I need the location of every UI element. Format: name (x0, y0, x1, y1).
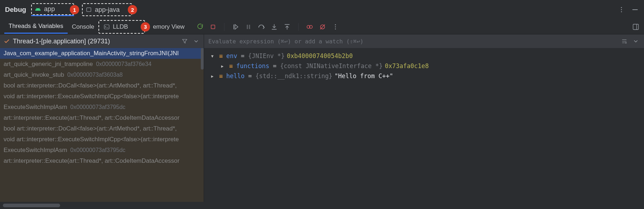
stack-frame[interactable]: void art::interpreter::ExecuteSwitchImpl… (0, 134, 204, 145)
frame-name: Java_com_example_application_MainActivit… (4, 50, 179, 57)
debug-topbar: Debug app 1 app-java 2 (0, 0, 644, 19)
horizontal-scrollbar[interactable] (3, 204, 60, 207)
equals: = (248, 72, 252, 80)
session-tab-label: app-java (95, 6, 120, 14)
minimize-icon[interactable] (631, 6, 639, 14)
stack-frame[interactable]: art_quick_invoke_stub 0x00000073af3603a8 (0, 70, 204, 80)
vertical-scrollbar[interactable] (201, 48, 204, 70)
chevron-down-icon[interactable] (192, 37, 200, 45)
var-name: env (226, 52, 237, 60)
variables-pane: Evaluate expression (⌘↩) or add a watch … (204, 34, 644, 202)
callout-1: 1 (70, 5, 79, 14)
stack-frame[interactable]: Java_com_example_application_MainActivit… (0, 48, 204, 59)
variable-row[interactable]: ▾ ≡ env = {JNIEnv *} 0xb40000740054b2b0 (209, 51, 639, 61)
terminal-icon (103, 23, 111, 31)
stop-icon[interactable] (209, 23, 217, 31)
callout-3: 3 (141, 22, 150, 32)
svg-rect-19 (633, 24, 639, 29)
frame-name: art_quick_generic_jni_trampoline (4, 61, 93, 67)
view-breakpoints-icon[interactable] (306, 23, 314, 31)
caret-down-icon[interactable]: ▾ (209, 52, 216, 60)
var-value: 0xb40000740054b2b0 (287, 52, 353, 60)
struct-icon: ≡ (218, 52, 224, 60)
stack-frame[interactable]: art::interpreter::Execute(art::Thread*, … (0, 113, 204, 123)
debug-toolbar: Threads & Variables Console LLDB 3 emory… (0, 19, 644, 34)
pause-icon[interactable] (244, 23, 252, 31)
frame-name: bool art::interpreter::DoCall<false>(art… (4, 125, 177, 132)
thread-label: Thread-1-[ple.application] (29731) (13, 38, 110, 45)
frame-name: ExecuteSwitchImplAsm (4, 104, 67, 110)
struct-icon: ≡ (228, 62, 234, 70)
svg-rect-0 (87, 8, 91, 12)
frame-name: art::interpreter::Execute(art::Thread*, … (4, 114, 179, 121)
svg-rect-10 (272, 29, 276, 29)
tab-memory-view[interactable]: emory View (149, 20, 189, 33)
svg-point-3 (621, 11, 622, 13)
svg-rect-5 (104, 25, 109, 29)
equals: = (241, 52, 244, 60)
more-vertical-icon[interactable] (618, 6, 625, 14)
step-into-icon[interactable] (270, 23, 278, 31)
svg-rect-7 (233, 24, 234, 29)
layout-settings-icon[interactable] (632, 23, 640, 31)
svg-rect-4 (633, 9, 638, 10)
callout-2: 2 (128, 5, 137, 14)
frame-name: void art::interpreter::ExecuteSwitchImpl… (4, 93, 179, 100)
stack-frame[interactable]: void art::interpreter::ExecuteSwitchImpl… (0, 91, 204, 102)
variable-row[interactable]: ▸ ≡ functions = {const JNINativeInterfac… (209, 61, 639, 71)
android-icon (35, 6, 41, 13)
svg-rect-6 (211, 25, 215, 29)
tab-threads-variables[interactable]: Threads & Variables (4, 20, 68, 34)
stack-frame[interactable]: art_quick_generic_jni_trampoline 0x00000… (0, 59, 204, 70)
add-watch-icon[interactable] (620, 37, 628, 45)
variable-row[interactable]: ▸ ≡ hello = {std::__ndk1::string} "Hello… (209, 71, 639, 81)
svg-point-16 (335, 24, 336, 25)
frame-name: void art::interpreter::ExecuteSwitchImpl… (4, 136, 179, 143)
separator (298, 23, 299, 31)
thread-selector[interactable]: Thread-1-[ple.application] (29731) (0, 34, 204, 48)
check-icon (4, 38, 10, 44)
filter-icon[interactable] (181, 37, 189, 45)
tab-console[interactable]: Console (68, 20, 98, 33)
evaluate-expression-input[interactable]: Evaluate expression (⌘↩) or add a watch … (204, 34, 644, 48)
stack-frame[interactable]: ExecuteSwitchImplAsm 0x00000073af3795dc (0, 102, 204, 113)
stack-frame[interactable]: ExecuteSwitchImplAsm 0x00000073af3795dc (0, 145, 204, 156)
var-name: functions (236, 62, 269, 70)
frame-name: ExecuteSwitchImplAsm (4, 147, 67, 153)
frame-name: art::interpreter::Execute(art::Thread*, … (4, 157, 179, 164)
step-out-icon[interactable] (283, 23, 291, 31)
variables-tree[interactable]: ▾ ≡ env = {JNIEnv *} 0xb40000740054b2b0 … (204, 48, 644, 202)
tab-lldb[interactable]: LLDB (98, 20, 145, 34)
session-tab-label: app (44, 5, 55, 13)
more-vertical-icon[interactable] (331, 23, 339, 31)
frames-list[interactable]: Java_com_example_application_MainActivit… (0, 48, 204, 202)
session-tabs: app 1 app-java 2 (31, 3, 137, 16)
svg-point-1 (621, 7, 622, 8)
svg-point-17 (335, 26, 336, 27)
step-over-icon[interactable] (257, 23, 265, 31)
frame-address: 0x00000073af3603a8 (67, 72, 123, 78)
session-tab-app-java[interactable]: app-java (82, 3, 132, 16)
var-type: {JNIEnv *} (248, 52, 285, 60)
session-tab-app[interactable]: app (31, 3, 74, 16)
caret-right-icon[interactable]: ▸ (209, 72, 216, 80)
stack-frame[interactable]: bool art::interpreter::DoCall<false>(art… (0, 80, 204, 91)
svg-rect-9 (249, 25, 250, 29)
equals: = (273, 62, 276, 70)
svg-line-15 (320, 24, 325, 29)
resume-icon[interactable] (232, 23, 239, 31)
horizontal-scrollbar-track (0, 202, 644, 209)
struct-icon: ≡ (218, 72, 224, 80)
mute-breakpoints-icon[interactable] (319, 23, 326, 31)
svg-point-2 (621, 9, 622, 10)
expression-placeholder: Evaluate expression (⌘↩) or add a watch … (208, 38, 363, 45)
rerun-icon[interactable] (196, 23, 204, 31)
frame-name: art_quick_invoke_stub (4, 71, 64, 78)
chevron-down-icon[interactable] (632, 37, 640, 45)
stack-frame[interactable]: art::interpreter::Execute(art::Thread*, … (0, 156, 204, 166)
stack-frame[interactable]: bool art::interpreter::DoCall<false>(art… (0, 123, 204, 134)
svg-rect-11 (285, 24, 289, 25)
var-type: {const JNINativeInterface *} (280, 62, 383, 70)
caret-right-icon[interactable]: ▸ (219, 62, 226, 70)
svg-rect-8 (247, 25, 248, 29)
